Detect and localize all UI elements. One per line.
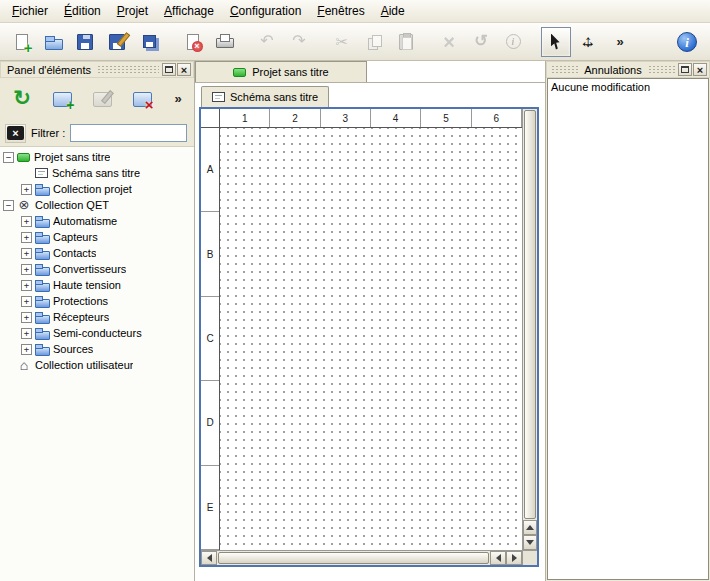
menu-edition[interactable]: Édition: [56, 1, 109, 21]
info-blue-icon: [677, 32, 697, 52]
scroll-right-button[interactable]: [506, 551, 522, 565]
paste-button[interactable]: [391, 27, 421, 57]
menu-projet[interactable]: Projet: [109, 1, 156, 21]
ruler-column-5: 5: [421, 109, 471, 127]
tree-item-collection-qet[interactable]: −Collection QET: [0, 197, 194, 213]
main-toolbar: [0, 23, 710, 61]
folder-icon: [35, 327, 49, 339]
delete-button[interactable]: [434, 27, 464, 57]
scroll-down-button[interactable]: [523, 535, 537, 550]
tab-project[interactable]: Projet sans titre: [195, 61, 367, 82]
diagram-info-button[interactable]: [498, 27, 528, 57]
schema-view: 123456 ABCDE: [199, 107, 539, 567]
expand-icon[interactable]: +: [21, 232, 32, 243]
cut-button[interactable]: [327, 27, 357, 57]
close-icon: [697, 63, 703, 77]
schema-icon: [35, 168, 48, 178]
tree-item-haute-tension[interactable]: +Haute tension: [0, 277, 194, 293]
menu-fenetres[interactable]: Fenêtres: [309, 1, 372, 21]
close-file-button[interactable]: [177, 27, 207, 57]
cursor-arrow-icon: [547, 33, 565, 51]
print-button[interactable]: [209, 27, 239, 57]
collapse-icon[interactable]: −: [3, 200, 14, 211]
elements-toolbar-overflow-button[interactable]: [170, 89, 186, 109]
dock-grip[interactable]: [551, 65, 578, 75]
horizontal-scrollbar-thumb[interactable]: [218, 552, 489, 564]
reload-collections-button[interactable]: [6, 84, 38, 114]
vertical-scrollbar[interactable]: [522, 109, 537, 550]
tree-item-schema-sans-titre[interactable]: Schéma sans titre: [0, 165, 194, 181]
tree-item-label: Haute tension: [53, 279, 121, 291]
dock-grip[interactable]: [97, 65, 159, 75]
tree-item-automatisme[interactable]: +Automatisme: [0, 213, 194, 229]
filter-input[interactable]: [70, 124, 187, 142]
expand-icon[interactable]: +: [21, 328, 32, 339]
expand-icon[interactable]: +: [21, 344, 32, 355]
undo-panel-title: Annulations: [580, 64, 646, 76]
rotate-arrow-icon: [472, 33, 490, 51]
triangle-left-icon: [496, 554, 501, 562]
redo-button[interactable]: [284, 27, 314, 57]
undo-button[interactable]: [252, 27, 282, 57]
collapse-icon[interactable]: −: [3, 152, 14, 163]
scroll-left-button[interactable]: [201, 551, 217, 565]
dock-grip[interactable]: [648, 65, 675, 75]
save-as-button[interactable]: [102, 27, 132, 57]
expand-icon[interactable]: +: [21, 280, 32, 291]
tree-item-semi-conducteurs[interactable]: +Semi-conducteurs: [0, 325, 194, 341]
about-qet-button[interactable]: [672, 27, 702, 57]
scrollbar-corner: [522, 550, 537, 565]
menu-aide[interactable]: Aide: [373, 1, 413, 21]
tree-item-capteurs[interactable]: +Capteurs: [0, 229, 194, 245]
undo-panel-float-button[interactable]: [678, 63, 692, 76]
expand-icon[interactable]: +: [21, 264, 32, 275]
scroll-up-button[interactable]: [523, 520, 537, 535]
delete-element-button[interactable]: [126, 84, 158, 114]
save-button[interactable]: [70, 27, 100, 57]
scroll-left-button-secondary[interactable]: [490, 551, 506, 565]
elements-panel-title: Panel d'éléments: [3, 64, 95, 76]
pan-mode-button[interactable]: [573, 27, 603, 57]
copy-button[interactable]: [359, 27, 389, 57]
horizontal-scrollbar[interactable]: [201, 550, 522, 565]
modes-overflow-button[interactable]: [605, 27, 635, 57]
edit-element-button[interactable]: [86, 84, 118, 114]
rotate-button[interactable]: [466, 27, 496, 57]
elements-toolbar-buttons: [6, 84, 158, 114]
new-document-button[interactable]: [6, 27, 36, 57]
tree-item-recepteurs[interactable]: +Récepteurs: [0, 309, 194, 325]
tree-item-collection-utilisateur[interactable]: Collection utilisateur: [0, 357, 194, 373]
triangle-left-icon: [207, 554, 212, 562]
elements-panel-float-button[interactable]: [162, 63, 176, 76]
save-all-button[interactable]: [134, 27, 164, 57]
page-plus-icon: [13, 33, 30, 50]
new-element-button[interactable]: [46, 84, 78, 114]
expand-icon[interactable]: +: [21, 312, 32, 323]
diagram-canvas[interactable]: [220, 128, 522, 550]
vertical-scrollbar-thumb[interactable]: [524, 110, 536, 519]
expand-icon[interactable]: +: [21, 248, 32, 259]
ruler-corner: [201, 109, 220, 128]
ruler-row-c: C: [201, 297, 219, 381]
menu-affichage[interactable]: Affichage: [156, 1, 222, 21]
tree-item-protections[interactable]: +Protections: [0, 293, 194, 309]
tab-schema[interactable]: Schéma sans titre: [201, 86, 329, 107]
expand-icon[interactable]: +: [21, 296, 32, 307]
undo-panel-close-button[interactable]: [693, 63, 707, 76]
select-mode-button[interactable]: [541, 27, 571, 57]
tree-item-convertisseurs[interactable]: +Convertisseurs: [0, 261, 194, 277]
element-delete-icon: [133, 92, 152, 107]
tree-item-collection-projet[interactable]: +Collection projet: [0, 181, 194, 197]
close-icon: [181, 63, 187, 77]
expand-icon[interactable]: +: [21, 184, 32, 195]
open-document-button[interactable]: [38, 27, 68, 57]
tree-item-contacts[interactable]: +Contacts: [0, 245, 194, 261]
menu-fichier[interactable]: Fichier: [4, 1, 56, 21]
expand-icon[interactable]: +: [21, 216, 32, 227]
tree-item-sources[interactable]: +Sources: [0, 341, 194, 357]
elements-panel-close-button[interactable]: [177, 63, 191, 76]
home-icon: [17, 358, 31, 372]
tree-item-projet-sans-titre[interactable]: −Projet sans titre: [0, 149, 194, 165]
menu-configuration[interactable]: Configuration: [222, 1, 309, 21]
clear-filter-button[interactable]: [5, 124, 26, 143]
